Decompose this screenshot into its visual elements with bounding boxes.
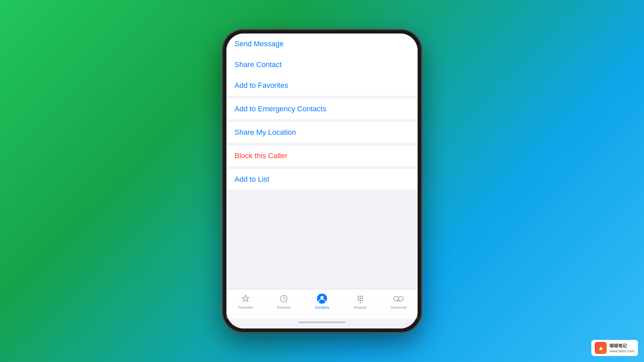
svg-point-13 (394, 296, 398, 301)
home-bar (299, 321, 345, 323)
send-message-item[interactable]: Send Message (226, 34, 418, 54)
tab-keypad[interactable]: Keypad (347, 293, 374, 309)
share-my-location-item[interactable]: Share My Location (226, 122, 418, 143)
menu-group-1: Send Message Share Contact Add to Favori… (226, 34, 418, 96)
svg-point-6 (358, 298, 359, 299)
svg-point-10 (360, 300, 361, 301)
svg-point-12 (360, 302, 361, 303)
star-icon (240, 293, 251, 304)
menu-group-3: Share My Location (226, 122, 418, 143)
tab-contacts[interactable]: Contacts (309, 293, 335, 309)
svg-point-14 (398, 296, 403, 301)
screen-content: Send Message Share Contact Add to Favori… (226, 34, 418, 328)
add-to-list-item[interactable]: Add to List (226, 169, 418, 190)
phone-frame: Send Message Share Contact Add to Favori… (223, 30, 421, 332)
svg-point-5 (362, 296, 363, 297)
menu-group-5: Add to List (226, 169, 418, 190)
svg-point-11 (362, 300, 363, 301)
menu-list: Send Message Share Contact Add to Favori… (226, 34, 418, 289)
watermark-icon: ▲ (595, 342, 607, 354)
watermark-url: www.bijixx.com (609, 349, 635, 353)
share-contact-item[interactable]: Share Contact (226, 54, 418, 75)
svg-point-9 (358, 300, 359, 301)
clock-icon (278, 293, 289, 304)
tab-recents-label: Recents (277, 305, 290, 309)
tab-bar: Favorites Recents (226, 289, 418, 319)
svg-point-7 (360, 298, 361, 299)
watermark-site: 嘻嘻笔记 (609, 343, 635, 349)
add-to-emergency-item[interactable]: Add to Emergency Contacts (226, 99, 418, 119)
phone-screen: Send Message Share Contact Add to Favori… (226, 34, 418, 328)
svg-point-2 (320, 296, 324, 299)
block-caller-item[interactable]: Block this Caller (226, 145, 418, 166)
menu-group-4: Block this Caller (226, 145, 418, 166)
tab-recents[interactable]: Recents (270, 293, 297, 309)
add-to-favorites-item[interactable]: Add to Favorites (226, 75, 418, 96)
watermark-text: 嘻嘻笔记 www.bijixx.com (609, 343, 635, 353)
tab-contacts-label: Contacts (315, 305, 329, 309)
tab-keypad-label: Keypad (354, 305, 366, 309)
keypad-icon (355, 293, 366, 304)
svg-point-3 (358, 296, 359, 297)
tab-voicemail-label: Voicemail (390, 305, 406, 309)
svg-point-4 (360, 296, 361, 297)
tab-favorites[interactable]: Favorites (232, 293, 259, 309)
tab-voicemail[interactable]: Voicemail (385, 293, 412, 309)
person-icon (317, 293, 327, 304)
menu-group-2: Add to Emergency Contacts (226, 99, 418, 119)
watermark: ▲ 嘻嘻笔记 www.bijixx.com (591, 340, 638, 356)
svg-point-8 (362, 298, 363, 299)
home-indicator (226, 319, 418, 328)
tab-favorites-label: Favorites (238, 305, 253, 309)
voicemail-icon (393, 293, 404, 304)
